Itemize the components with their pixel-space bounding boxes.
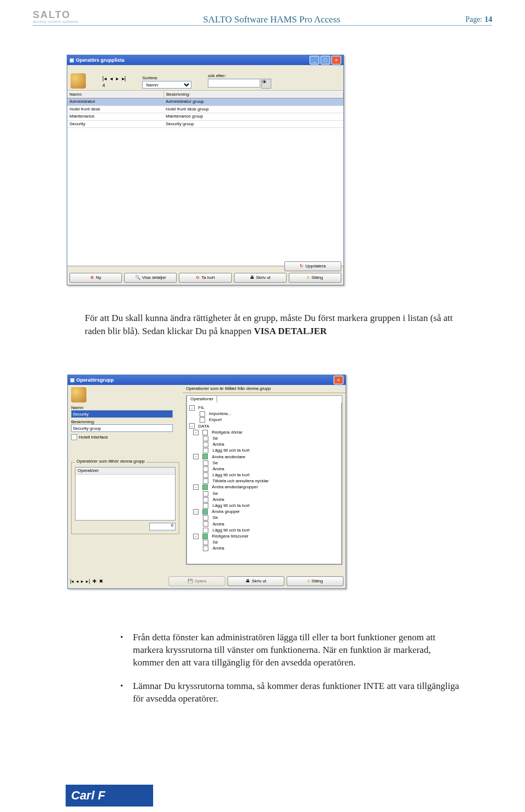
new-button[interactable]: ⊕Ny bbox=[69, 273, 122, 283]
record-navigator[interactable]: |◂◂▸▸| 4 bbox=[102, 76, 126, 89]
window-title: Operatörs grupplista bbox=[76, 57, 125, 63]
grid-body[interactable]: AdministratorAdministrator group Hotel f… bbox=[67, 98, 343, 266]
bullet-text: Från detta fönster kan administratören l… bbox=[133, 632, 460, 669]
operators-groupbox: Operatörer som tillhör denna grupp Opera… bbox=[71, 462, 179, 534]
search-icon: 🔍 bbox=[135, 276, 141, 280]
table-row: MaintenanceMaintenance group bbox=[67, 113, 343, 120]
bullet-icon: • bbox=[120, 680, 123, 705]
search-field[interactable]: sök efter: 👁 bbox=[208, 74, 271, 89]
table-row: AdministratorAdministrator group bbox=[67, 98, 343, 106]
close-button[interactable]: ⎋Stäng bbox=[287, 576, 343, 586]
page-header: SALTO access control systems SALTO Softw… bbox=[0, 10, 525, 26]
exit-icon: ⎋ bbox=[307, 276, 310, 280]
disk-icon: 💾 bbox=[188, 579, 193, 583]
record-count: 4 bbox=[102, 83, 126, 89]
table-row: Hotel front deskHotel front desk group bbox=[67, 106, 343, 113]
carlf-logo: Carl F bbox=[66, 785, 153, 807]
app-icon: ▣ bbox=[69, 57, 74, 63]
refresh-icon: ↻ bbox=[300, 264, 304, 268]
window-title: Operatörsgrupp bbox=[77, 377, 114, 383]
sort-field[interactable]: Sortera: Namn: bbox=[142, 76, 191, 89]
operator-group-list-window: ▣ Operatörs grupplista _ □ × |◂◂▸▸| 4 So… bbox=[67, 55, 344, 285]
printer-icon: 🖶 bbox=[250, 276, 254, 280]
table-row: SecuritySecurity group bbox=[67, 121, 343, 128]
group-icon bbox=[71, 387, 86, 402]
maximize-icon[interactable]: □ bbox=[320, 56, 330, 65]
right-pane: Operationer som är tillåtet från denna g… bbox=[183, 385, 346, 572]
operators-list[interactable]: Operatörer bbox=[75, 467, 176, 521]
permissions-tabs: Operationer - FIL Importera... Export- D… bbox=[186, 395, 342, 565]
desc-input[interactable] bbox=[71, 424, 173, 432]
tab-operations[interactable]: Operationer bbox=[186, 395, 217, 402]
update-button[interactable]: ↻Uppdatera bbox=[284, 261, 341, 271]
titlebar[interactable]: ▣ Operatörs grupplista _ □ × bbox=[67, 55, 343, 65]
name-input[interactable] bbox=[71, 410, 173, 418]
printer-icon: 🖶 bbox=[246, 579, 250, 583]
bullet-text: Lämnar Du kryssrutorna tomma, så kommer … bbox=[133, 680, 460, 705]
hotel-interface-checkbox[interactable]: Hotell interface bbox=[71, 434, 179, 440]
titlebar[interactable]: ▣ Operatörsgrupp × bbox=[68, 375, 346, 385]
left-pane: Namn: Beskrivning: Hotell interface Oper… bbox=[68, 385, 183, 572]
minimize-icon[interactable]: _ bbox=[310, 56, 319, 65]
print-button[interactable]: 🖶Skriv ut bbox=[234, 273, 287, 283]
group-icon bbox=[71, 73, 86, 89]
print-button[interactable]: 🖶Skriv ut bbox=[228, 576, 284, 586]
plus-icon: ⊕ bbox=[90, 276, 94, 280]
bullet-icon: • bbox=[120, 632, 123, 669]
operator-count: 0 bbox=[149, 523, 176, 530]
record-navigator[interactable]: |◂◂▸▸|✚✖ bbox=[70, 579, 103, 584]
bullet-list: •Från detta fönster kan administratören … bbox=[120, 632, 460, 716]
close-icon[interactable]: × bbox=[331, 56, 341, 65]
doc-title: SALTO Software HAMS Pro Access bbox=[203, 15, 340, 24]
app-icon: ▣ bbox=[70, 377, 75, 383]
search-icon[interactable]: 👁 bbox=[261, 79, 271, 89]
close-icon[interactable]: × bbox=[334, 376, 343, 384]
save-button[interactable]: 💾Spara bbox=[168, 576, 225, 586]
page-indicator: Page: 14 bbox=[465, 14, 492, 24]
salto-logo: SALTO access control systems bbox=[33, 10, 78, 24]
operator-group-detail-window: ▣ Operatörsgrupp × Namn: Beskrivning: Ho… bbox=[67, 375, 346, 589]
details-button[interactable]: 🔍Visa detaljer bbox=[124, 273, 177, 283]
paragraph-1: För att Du skall kunna ändra rättigheter… bbox=[85, 312, 455, 338]
exit-icon: ⎋ bbox=[307, 579, 310, 583]
minus-icon: ⊖ bbox=[196, 276, 200, 280]
delete-button[interactable]: ⊖Ta bort bbox=[179, 273, 231, 283]
permissions-tree[interactable]: - FIL Importera... Export- DATA - Redige… bbox=[186, 403, 342, 564]
permissions-header: Operationer som är tillåtet från denna g… bbox=[183, 385, 346, 393]
grid-header: Namn: Beskrivning: bbox=[67, 91, 343, 98]
close-button[interactable]: ⎋Stäng bbox=[289, 273, 341, 283]
